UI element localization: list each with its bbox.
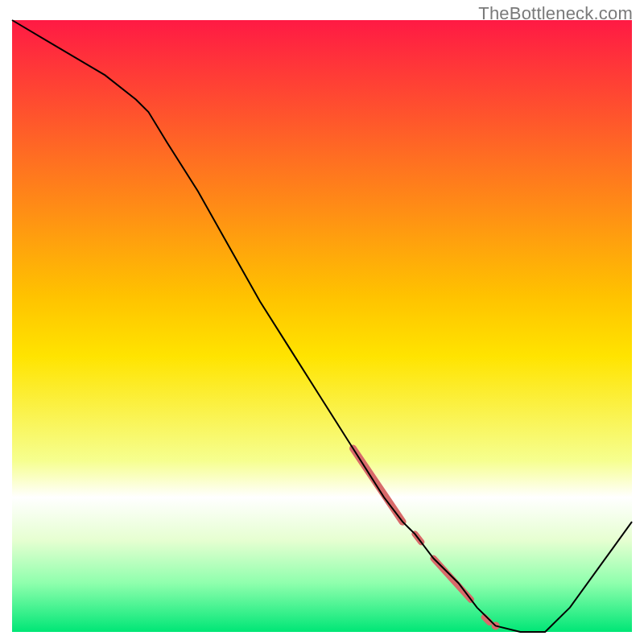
chart-background: [12, 20, 632, 632]
chart-canvas: [0, 0, 644, 644]
chart-root: TheBottleneck.com: [0, 0, 644, 644]
watermark-text: TheBottleneck.com: [478, 3, 633, 24]
